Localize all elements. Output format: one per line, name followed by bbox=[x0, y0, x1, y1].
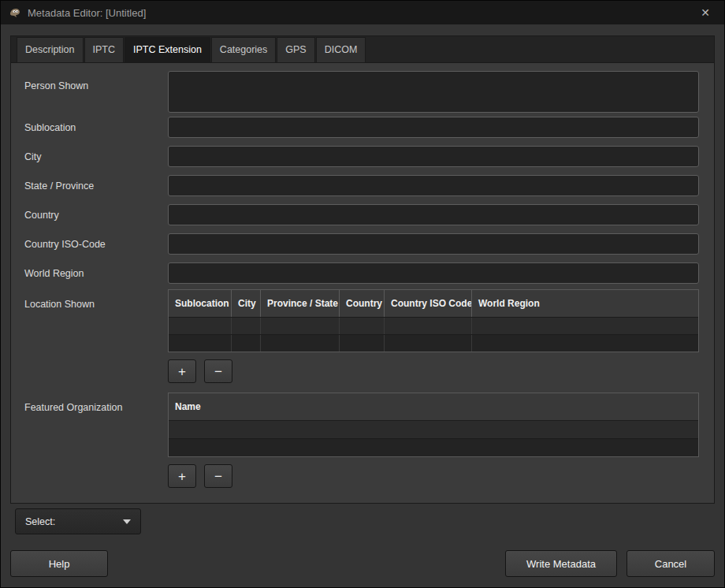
table-row[interactable] bbox=[169, 438, 698, 456]
sublocation-label: Sublocation bbox=[24, 122, 168, 133]
column-header-province-state[interactable]: Province / State bbox=[261, 290, 340, 317]
table-cell[interactable] bbox=[169, 439, 698, 456]
tab-description[interactable]: Description bbox=[17, 37, 84, 62]
city-label: City bbox=[24, 151, 168, 162]
write-metadata-button[interactable]: Write Metadata bbox=[505, 550, 617, 577]
help-button[interactable]: Help bbox=[10, 550, 108, 577]
tab-iptc-extension[interactable]: IPTC Extension bbox=[125, 37, 210, 62]
remove-organization-button[interactable]: − bbox=[204, 464, 232, 488]
tab-strip: Description IPTC IPTC Extension Categori… bbox=[10, 35, 715, 62]
add-row-button[interactable]: + bbox=[168, 359, 196, 383]
iptc-extension-page: Person Shown Sublocation City State / Pr… bbox=[10, 62, 715, 504]
column-header-world-region[interactable]: World Region bbox=[472, 290, 698, 317]
field-row-state-province: State / Province bbox=[24, 175, 699, 196]
city-input[interactable] bbox=[168, 146, 699, 167]
table-cell[interactable] bbox=[169, 421, 698, 438]
state-province-label: State / Province bbox=[24, 180, 168, 192]
table-cell[interactable] bbox=[261, 335, 340, 352]
table-row[interactable] bbox=[169, 334, 698, 352]
table-row[interactable] bbox=[169, 317, 698, 334]
country-label: Country bbox=[24, 210, 168, 221]
metadata-editor-window: Metadata Editor: [Untitled] ✕ Descriptio… bbox=[0, 0, 725, 588]
table-cell[interactable] bbox=[340, 318, 385, 334]
table-cell[interactable] bbox=[385, 335, 472, 352]
table-cell[interactable] bbox=[472, 318, 698, 334]
country-iso-code-input[interactable] bbox=[168, 233, 699, 255]
column-header-country-iso-code[interactable]: Country ISO Code bbox=[385, 290, 472, 317]
table-cell[interactable] bbox=[472, 335, 698, 352]
table-cell[interactable] bbox=[232, 318, 261, 334]
field-row-featured-organization: Featured Organization Name bbox=[24, 393, 699, 457]
chevron-down-icon bbox=[123, 519, 131, 524]
state-province-input[interactable] bbox=[168, 175, 699, 196]
btn-row: + − bbox=[168, 359, 699, 383]
btn-row: + − bbox=[168, 464, 699, 488]
field-row-country-iso-code: Country ISO-Code bbox=[24, 233, 699, 255]
minus-icon: − bbox=[214, 470, 222, 483]
featured-organization-label: Featured Organization bbox=[24, 393, 168, 413]
footer: Help Write Metadata Cancel bbox=[1, 550, 724, 577]
location-shown-button-row: + − bbox=[24, 352, 699, 393]
location-shown-label: Location Shown bbox=[24, 289, 168, 310]
table-cell[interactable] bbox=[385, 318, 472, 334]
table-cell[interactable] bbox=[261, 318, 340, 334]
field-row-city: City bbox=[24, 146, 699, 167]
select-dropdown[interactable]: Select: bbox=[15, 508, 141, 534]
person-shown-textarea[interactable] bbox=[168, 71, 699, 113]
select-dropdown-label: Select: bbox=[25, 516, 55, 527]
country-input[interactable] bbox=[168, 204, 699, 225]
column-header-city[interactable]: City bbox=[232, 290, 261, 317]
featured-organization-table-header: Name bbox=[169, 393, 698, 420]
location-shown-table-header: Sublocation City Province / State Countr… bbox=[169, 290, 698, 317]
sublocation-input[interactable] bbox=[168, 117, 699, 138]
table-row[interactable] bbox=[169, 420, 698, 438]
titlebar[interactable]: Metadata Editor: [Untitled] ✕ bbox=[1, 1, 724, 24]
country-iso-code-label: Country ISO-Code bbox=[24, 239, 168, 250]
plus-icon: + bbox=[178, 470, 186, 483]
notebook: Description IPTC IPTC Extension Categori… bbox=[10, 35, 715, 504]
add-organization-button[interactable]: + bbox=[168, 464, 196, 488]
featured-organization-button-row: + − bbox=[24, 457, 699, 497]
window-title: Metadata Editor: [Untitled] bbox=[28, 7, 146, 19]
plus-icon: + bbox=[178, 365, 186, 378]
field-row-sublocation: Sublocation bbox=[24, 117, 699, 138]
remove-row-button[interactable]: − bbox=[204, 359, 232, 383]
field-row-location-shown: Location Shown Sublocation City Province… bbox=[24, 289, 699, 352]
column-header-country[interactable]: Country bbox=[340, 290, 385, 317]
field-row-country: Country bbox=[24, 204, 699, 225]
person-shown-label: Person Shown bbox=[24, 71, 168, 91]
tab-gps[interactable]: GPS bbox=[277, 37, 314, 62]
location-shown-table: Sublocation City Province / State Countr… bbox=[168, 289, 699, 352]
field-row-person-shown: Person Shown bbox=[24, 71, 699, 113]
cancel-button[interactable]: Cancel bbox=[626, 550, 715, 577]
minus-icon: − bbox=[214, 365, 222, 378]
column-header-name[interactable]: Name bbox=[169, 393, 698, 420]
column-header-sublocation[interactable]: Sublocation bbox=[169, 290, 232, 317]
field-row-world-region: World Region bbox=[24, 262, 699, 284]
featured-organization-table: Name bbox=[168, 393, 699, 457]
tab-iptc[interactable]: IPTC bbox=[84, 37, 124, 62]
table-cell[interactable] bbox=[340, 335, 385, 352]
world-region-input[interactable] bbox=[168, 262, 699, 284]
table-cell[interactable] bbox=[169, 335, 232, 352]
tab-categories[interactable]: Categories bbox=[211, 37, 276, 62]
table-cell[interactable] bbox=[232, 335, 261, 352]
world-region-label: World Region bbox=[24, 268, 168, 279]
app-icon bbox=[9, 6, 21, 19]
table-cell[interactable] bbox=[169, 318, 232, 334]
close-icon[interactable]: ✕ bbox=[697, 1, 713, 24]
tab-dicom[interactable]: DICOM bbox=[316, 37, 366, 62]
